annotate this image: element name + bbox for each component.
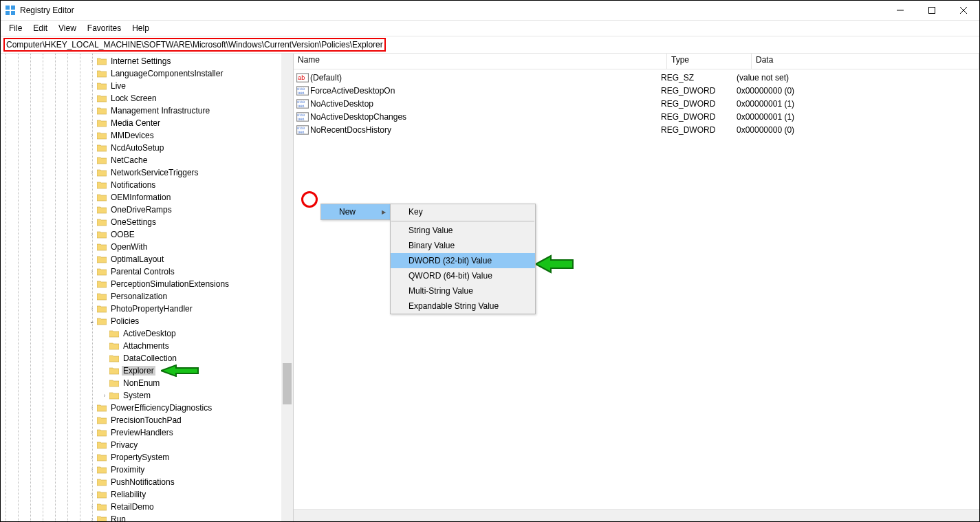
expand-icon[interactable]: › <box>87 83 97 89</box>
tree-label: ActiveDesktop <box>122 329 177 338</box>
address-path[interactable]: Computer\HKEY_LOCAL_MACHINE\SOFTWARE\Mic… <box>3 38 386 52</box>
expand-icon[interactable]: › <box>87 404 97 411</box>
tree-item[interactable]: ›PhotoPropertyHandler <box>1 303 293 315</box>
tree-item[interactable]: ›PreviewHandlers <box>1 426 293 439</box>
menu-file[interactable]: File <box>3 22 28 34</box>
tree-item[interactable]: ›System <box>1 389 293 402</box>
tree-item[interactable]: OptimalLayout <box>1 253 293 265</box>
tree-label: PrecisionTouchPad <box>109 415 183 425</box>
value-row[interactable]: 01101001ForceActiveDesktopOnREG_DWORD0x0… <box>295 84 978 97</box>
ctx-new[interactable]: New <box>321 204 390 219</box>
tree-item[interactable]: ›NetworkServiceTriggers <box>1 166 293 179</box>
tree-item[interactable]: ›Proximity <box>1 464 293 476</box>
expand-icon[interactable]: › <box>87 107 97 114</box>
expand-icon[interactable]: › <box>87 454 97 461</box>
tree-item[interactable]: OneDriveRamps <box>1 204 293 216</box>
tree-item[interactable]: ›Parental Controls <box>1 265 293 278</box>
expand-icon[interactable]: › <box>87 58 97 65</box>
expand-icon[interactable]: › <box>87 305 97 312</box>
folder-icon <box>97 279 108 289</box>
ctx-item[interactable]: Multi-String Value <box>391 283 535 298</box>
maximize-button[interactable] <box>916 1 948 20</box>
expand-icon[interactable]: › <box>87 120 97 127</box>
menu-favorites[interactable]: Favorites <box>82 22 127 34</box>
list-header: Name Type Data <box>294 54 979 69</box>
tree-scrollbar-thumb[interactable] <box>283 363 292 404</box>
tree-item[interactable]: ›MMDevices <box>1 129 293 142</box>
expand-icon[interactable]: › <box>87 231 97 238</box>
expand-icon[interactable]: › <box>87 95 97 102</box>
tree-item[interactable]: PerceptionSimulationExtensions <box>1 278 293 290</box>
folder-icon <box>97 205 108 215</box>
expand-icon[interactable]: › <box>87 169 97 176</box>
col-name[interactable]: Name <box>294 54 667 69</box>
ctx-item[interactable]: String Value <box>391 223 535 238</box>
tree-item[interactable]: ›PowerEfficiencyDiagnostics <box>1 402 293 414</box>
tree-item[interactable]: ›Lock Screen <box>1 92 293 105</box>
menu-view[interactable]: View <box>53 22 82 34</box>
expand-icon[interactable]: › <box>87 466 97 473</box>
ctx-item[interactable]: Key <box>391 204 535 219</box>
tree-item[interactable]: ›OOBE <box>1 228 293 241</box>
menu-edit[interactable]: Edit <box>28 22 53 34</box>
tree-item[interactable]: Personalization <box>1 290 293 303</box>
tree-pane[interactable]: ›Internet SettingsLanguageComponentsInst… <box>1 54 294 521</box>
tree-item[interactable]: ActiveDesktop <box>1 327 293 340</box>
close-button[interactable] <box>948 1 979 20</box>
tree-item[interactable]: Privacy <box>1 439 293 451</box>
tree-item[interactable]: ›Management Infrastructure <box>1 105 293 117</box>
expand-icon[interactable]: ⌄ <box>87 318 97 325</box>
expand-icon[interactable]: › <box>87 132 97 139</box>
tree-item[interactable]: OpenWith <box>1 241 293 253</box>
col-data[interactable]: Data <box>752 54 979 69</box>
value-row[interactable]: ab(Default)REG_SZ(value not set) <box>295 71 978 84</box>
tree-scrollbar[interactable] <box>281 54 293 521</box>
expand-icon[interactable]: › <box>87 516 97 521</box>
expand-icon[interactable]: › <box>87 219 97 226</box>
expand-icon[interactable]: › <box>87 491 97 498</box>
tree-item[interactable]: ›Run <box>1 513 293 521</box>
tree-item[interactable]: OEMInformation <box>1 191 293 204</box>
tree-item[interactable]: NetCache <box>1 154 293 166</box>
tree-item[interactable]: ›Internet Settings <box>1 55 293 67</box>
tree-item[interactable]: PrecisionTouchPad <box>1 414 293 426</box>
expand-icon[interactable]: › <box>100 392 109 399</box>
tree-item[interactable]: Attachments <box>1 340 293 352</box>
tree-item[interactable]: NonEnum <box>1 377 293 389</box>
expand-icon[interactable]: › <box>87 503 97 510</box>
tree-item[interactable]: ›Media Center <box>1 117 293 129</box>
expand-icon[interactable]: › <box>87 429 97 436</box>
tree-item[interactable]: ›Reliability <box>1 488 293 501</box>
ctx-item[interactable]: Expandable String Value <box>391 298 535 314</box>
expand-icon[interactable]: › <box>87 268 97 275</box>
tree-item[interactable]: ›PushNotifications <box>1 476 293 488</box>
minimize-button[interactable] <box>884 1 916 20</box>
tree-label: OOBE <box>109 230 136 239</box>
tree-item[interactable]: LanguageComponentsInstaller <box>1 67 293 80</box>
folder-icon <box>97 94 108 103</box>
value-row[interactable]: 01101001NoRecentDocsHistoryREG_DWORD0x00… <box>295 123 978 136</box>
tree-item[interactable]: ›OneSettings <box>1 216 293 228</box>
context-menu-parent[interactable]: New <box>320 204 391 220</box>
tree-item[interactable]: Notifications <box>1 179 293 191</box>
tree-item[interactable]: ›PropertySystem <box>1 451 293 464</box>
tree-item[interactable]: NcdAutoSetup <box>1 142 293 154</box>
tree-item[interactable]: ›RetailDemo <box>1 501 293 513</box>
value-row[interactable]: 01101001NoActiveDesktopREG_DWORD0x000000… <box>295 97 978 110</box>
ctx-item[interactable]: QWORD (64-bit) Value <box>391 268 535 283</box>
ctx-item[interactable]: Binary Value <box>391 238 535 253</box>
folder-icon <box>97 81 108 91</box>
tree-item[interactable]: DataCollection <box>1 352 293 365</box>
folder-icon <box>97 193 108 202</box>
context-menu-new[interactable]: KeyString ValueBinary ValueDWORD (32-bit… <box>390 204 536 314</box>
tree-item[interactable]: ⌄Policies <box>1 315 293 327</box>
ctx-item[interactable]: DWORD (32-bit) Value <box>391 253 535 268</box>
tree-item[interactable]: Explorer <box>1 365 293 377</box>
value-row[interactable]: 01101001NoActiveDesktopChangesREG_DWORD0… <box>295 110 978 123</box>
tree-item[interactable]: ›Live <box>1 80 293 92</box>
tree-label: Internet Settings <box>109 56 172 66</box>
list-scrollbar-h[interactable] <box>294 509 979 521</box>
menu-help[interactable]: Help <box>127 22 155 34</box>
expand-icon[interactable]: › <box>87 479 97 486</box>
col-type[interactable]: Type <box>667 54 752 69</box>
